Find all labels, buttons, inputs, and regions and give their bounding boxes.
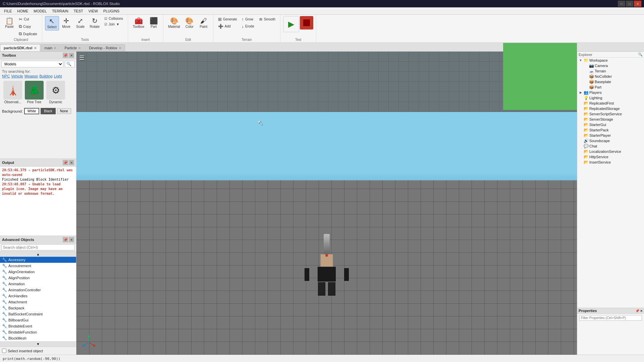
- scale-button[interactable]: ⤢ Scale: [74, 16, 87, 30]
- tree-localizationservice[interactable]: 📂 LocalizationService: [577, 149, 644, 154]
- adv-item-backpack[interactable]: 🔧 Backpack: [0, 305, 76, 311]
- bg-none-button[interactable]: None: [57, 108, 71, 114]
- tree-startergui[interactable]: 📂 StarterGui: [577, 122, 644, 127]
- tree-insertservice[interactable]: 📂 InsertService: [577, 160, 644, 165]
- properties-filter-input[interactable]: [579, 315, 642, 321]
- doc-tab-particle-close[interactable]: ✕: [78, 46, 81, 50]
- play-button[interactable]: ▶: [283, 16, 299, 32]
- add-terrain-button[interactable]: ➕ Add: [216, 23, 239, 29]
- tree-workspace[interactable]: ▼ 📁 Workspace: [577, 58, 644, 63]
- doc-tab-particlesdk[interactable]: particleSDK.rbxl ✕: [0, 44, 40, 51]
- toolbox-search[interactable]: 🔍: [65, 61, 75, 67]
- adv-item-accoutrement[interactable]: 🔧 Accoutrement: [0, 263, 76, 269]
- color-button[interactable]: 🎨 Color: [183, 16, 196, 30]
- toolbox-item-dynamic[interactable]: ⚙ Dynamic: [46, 81, 66, 104]
- adv-item-attachment[interactable]: 🔧 Attachment: [0, 299, 76, 305]
- tree-baseplate[interactable]: 📦 Baseplate: [577, 79, 644, 84]
- adv-item-animationcontroller[interactable]: 🔧 AnimationController: [0, 287, 76, 293]
- output-pin-button[interactable]: 📌: [63, 160, 68, 165]
- menu-file[interactable]: FILE: [1, 8, 14, 14]
- adv-close-button[interactable]: ✕: [69, 237, 74, 242]
- minimize-button[interactable]: ─: [618, 1, 625, 7]
- doc-tab-main-close[interactable]: ✕: [54, 46, 56, 50]
- menu-home[interactable]: HOME: [14, 8, 31, 14]
- menu-model[interactable]: MODEL: [31, 8, 49, 14]
- tree-nocollider[interactable]: 📦 NoCollider: [577, 74, 644, 79]
- toolbox-pin-button[interactable]: 📌: [63, 53, 68, 58]
- adv-scroll-down[interactable]: ▼: [0, 341, 76, 347]
- suggest-npc[interactable]: NPC: [2, 74, 10, 78]
- close-button[interactable]: ✕: [634, 1, 641, 7]
- properties-close-button[interactable]: ✕: [640, 309, 643, 313]
- toolbox-button[interactable]: 🧰 Toolbox: [131, 16, 146, 30]
- duplicate-button[interactable]: ⧉ Duplicate: [17, 31, 39, 37]
- adv-item-billboardgui[interactable]: 🔧 BillboardGui: [0, 317, 76, 323]
- adv-item-archandles[interactable]: 🔧 ArcHandles: [0, 293, 76, 299]
- collisions-checkbox[interactable]: ☑ Collisions: [102, 16, 125, 21]
- tree-httpservice[interactable]: 📂 HttpService: [577, 154, 644, 160]
- tree-terrain[interactable]: 🗻 Terrain: [577, 68, 644, 74]
- doc-tab-particlesdk-close[interactable]: ✕: [34, 46, 37, 50]
- properties-pin-button[interactable]: 📌: [635, 309, 639, 313]
- tree-camera[interactable]: 📷 Camera: [577, 63, 644, 68]
- doc-tab-develop-close[interactable]: ✕: [119, 46, 121, 50]
- stop-button[interactable]: [300, 16, 313, 29]
- adv-item-alignorientation[interactable]: 🔧 AlignOrientation: [0, 269, 76, 275]
- select-button[interactable]: ↖ Select: [45, 16, 59, 31]
- menu-plugins[interactable]: PLUGINS: [101, 8, 122, 14]
- suggest-vehicle[interactable]: Vehicle: [11, 74, 23, 78]
- tree-serverscriptservice[interactable]: 📂 ServerScriptService: [577, 111, 644, 117]
- menu-test[interactable]: TEST: [71, 8, 86, 14]
- tree-players[interactable]: ▶ 👥 Players: [577, 90, 644, 95]
- adv-item-bindablefunction[interactable]: 🔧 BindableFunction: [0, 329, 76, 335]
- tree-soundscape[interactable]: 🔊 Soundscape: [577, 138, 644, 143]
- doc-tab-develop[interactable]: Develop - Roblox ✕: [85, 44, 125, 51]
- explorer-filter-icon[interactable]: 🔍: [638, 52, 643, 57]
- adv-pin-button[interactable]: 📌: [63, 237, 68, 242]
- suggest-weapon[interactable]: Weapon: [24, 74, 38, 78]
- smooth-button[interactable]: ≋ Smooth: [257, 16, 277, 22]
- toolbox-item-observation[interactable]: 🗼 Observati...: [3, 81, 23, 104]
- adv-item-animation[interactable]: 🔧 Animation: [0, 281, 76, 287]
- adv-item-accessory[interactable]: 🔧 Accessory: [0, 257, 76, 263]
- tree-lighting[interactable]: 💡 Lighting: [577, 95, 644, 101]
- suggest-building[interactable]: Building: [40, 74, 53, 78]
- adv-scroll-up[interactable]: ▲: [0, 251, 76, 257]
- toolbox-close-button[interactable]: ✕: [69, 53, 74, 58]
- adv-search-input[interactable]: [1, 244, 75, 250]
- cut-button[interactable]: ✂ Cut: [17, 16, 39, 22]
- rotate-button[interactable]: ↻ Rotate: [88, 16, 102, 30]
- bg-black-button[interactable]: Black: [41, 108, 55, 114]
- hamburger-button[interactable]: ☰: [79, 54, 85, 62]
- tree-replicatedfirst[interactable]: 📂 ReplicatedFirst: [577, 101, 644, 106]
- suggest-light[interactable]: Light: [54, 74, 62, 78]
- menu-view[interactable]: VIEW: [86, 8, 101, 14]
- doc-tab-particle[interactable]: Particle ✕: [61, 44, 85, 51]
- part-button[interactable]: ⬛ Part: [147, 16, 160, 30]
- generate-button[interactable]: ⊞ Generate: [216, 16, 239, 22]
- output-close-button[interactable]: ✕: [69, 160, 74, 165]
- paste-button[interactable]: 📋 Paste: [3, 16, 16, 30]
- models-dropdown[interactable]: Models: [1, 61, 63, 67]
- doc-tab-main[interactable]: main ✕: [41, 44, 60, 51]
- tree-starterplayer[interactable]: 📂 StarterPlayer: [577, 133, 644, 138]
- copy-button[interactable]: ⧉ Copy: [17, 23, 39, 30]
- adv-item-blockmesh[interactable]: 🔧 BlockMesh: [0, 335, 76, 341]
- maximize-button[interactable]: □: [626, 1, 633, 7]
- join-checkbox[interactable]: ☑ Join ▼: [102, 22, 125, 27]
- toolbox-item-pinetree[interactable]: 🌲 Pine Tree: [24, 81, 44, 104]
- tree-replicatedstorage[interactable]: 📂 ReplicatedStorage: [577, 106, 644, 111]
- erode-button[interactable]: ↓ Erode: [240, 23, 256, 29]
- tree-chat[interactable]: 💬 Chat: [577, 143, 644, 149]
- bg-white-button[interactable]: White: [24, 108, 40, 114]
- tree-serverstorage[interactable]: 📂 ServerStorage: [577, 117, 644, 122]
- menu-terrain[interactable]: TERRAIN: [49, 8, 71, 14]
- tree-starterpack[interactable]: 📂 StarterPack: [577, 127, 644, 133]
- material-button[interactable]: 🎨 Material: [166, 16, 182, 30]
- viewport[interactable]: ↖ NoCollider Account 13+ ☰ X Y: [76, 52, 577, 355]
- grow-button[interactable]: ↑ Grow: [240, 16, 256, 22]
- join-dropdown-icon[interactable]: ▼: [116, 22, 119, 26]
- adv-item-alignposition[interactable]: 🔧 AlignPosition: [0, 275, 76, 281]
- adv-item-bindableevent[interactable]: 🔧 BindableEvent: [0, 323, 76, 329]
- paint-button[interactable]: 🖌 Paint: [197, 16, 210, 30]
